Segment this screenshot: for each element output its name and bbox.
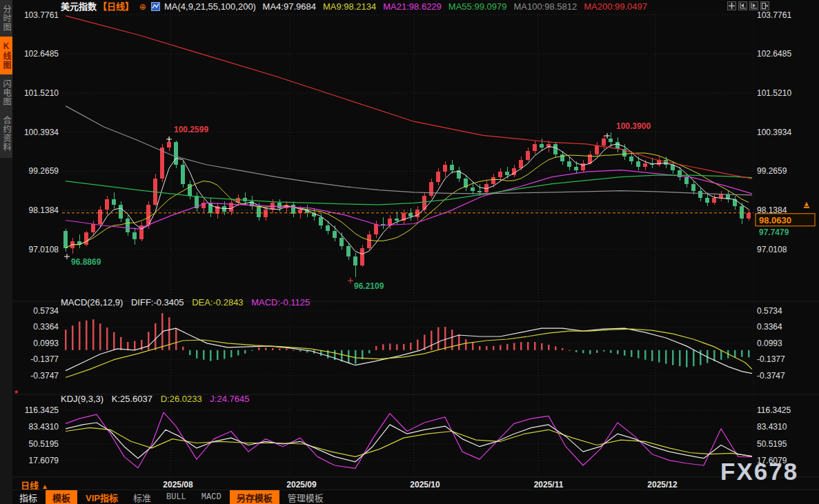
bottom-toolbar: 指标模板VIP指标标准BULLMACD另存模板管理模板	[12, 490, 819, 504]
kdj-d-value: D:26.0233	[161, 394, 202, 404]
axis-pan-right-icon[interactable]	[749, 1, 758, 10]
svg-text:96.8869: 96.8869	[71, 257, 101, 267]
svg-text:116.3425: 116.3425	[25, 405, 59, 415]
kdj-title: KDJ(9,3,3)	[61, 394, 103, 404]
move-crosshair-icon[interactable]	[727, 1, 736, 10]
svg-text:83.4310: 83.4310	[29, 422, 59, 432]
svg-text:101.5210: 101.5210	[757, 88, 791, 98]
window-buttons	[727, 1, 769, 10]
svg-text:-0.3747: -0.3747	[30, 371, 59, 381]
sidebar-tab[interactable]: 分时图	[0, 0, 12, 37]
ma-legend-value: MA55:99.0979	[448, 1, 507, 12]
kdj-j-value: J:24.7645	[210, 394, 249, 404]
ma-legend-value: MA4:97.9684	[263, 1, 316, 12]
svg-text:2025/11: 2025/11	[534, 480, 564, 490]
svg-text:103.7761: 103.7761	[24, 10, 59, 20]
sidebar-tab[interactable]: 合约资料	[0, 111, 12, 157]
symbol-title: 美元指数	[61, 1, 97, 12]
toolbar-tab[interactable]: BULL	[159, 492, 193, 503]
sidebar-tabs: 分时图K线图闪电图合约资料	[0, 0, 12, 158]
svg-text:2025/10: 2025/10	[410, 480, 440, 490]
svg-text:99.2659: 99.2659	[757, 166, 787, 176]
chart-type-icon[interactable]	[151, 2, 160, 14]
svg-text:102.6485: 102.6485	[24, 49, 59, 59]
macd-panel-header: MACD(26,12,9) DIFF:-0.3405 DEA:-0.2843 M…	[61, 297, 315, 308]
svg-text:2025/09: 2025/09	[286, 480, 317, 490]
svg-text:101.5210: 101.5210	[24, 88, 59, 98]
ma-legend-value: MA9:98.2134	[323, 1, 376, 12]
svg-text:-0.3747: -0.3747	[757, 371, 785, 381]
sidebar: 分时图K线图闪电图合约资料	[0, 0, 12, 504]
svg-text:98.0630: 98.0630	[759, 215, 791, 225]
svg-text:0.3364: 0.3364	[757, 322, 782, 332]
macd-dea-value: DEA:-0.2843	[192, 297, 243, 308]
trading-app: 98.0630103.7761103.7761102.6485102.64851…	[0, 0, 819, 504]
svg-text:98.1384: 98.1384	[29, 205, 59, 215]
svg-text:-0.1377: -0.1377	[757, 354, 785, 364]
svg-text:2025/12: 2025/12	[647, 480, 678, 490]
svg-text:97.7479: 97.7479	[759, 228, 789, 237]
toolbar-tab[interactable]: VIP指标	[79, 490, 125, 504]
svg-text:102.6485: 102.6485	[757, 49, 791, 59]
axis-pan-left-icon[interactable]	[738, 1, 747, 10]
watermark-logo: FX678	[720, 458, 798, 485]
toolbar-tab[interactable]: 标准	[126, 490, 158, 504]
svg-text:103.7761: 103.7761	[757, 10, 791, 20]
ma-settings-label: MA(4,9,21,55,100,200)	[164, 1, 256, 12]
add-indicator-icon[interactable]: ⊕	[139, 2, 146, 12]
chart-canvas[interactable]: 98.0630103.7761103.7761102.6485102.64851…	[0, 0, 819, 504]
macd-macd-value: MACD:-0.1125	[251, 297, 310, 308]
svg-text:50.5195: 50.5195	[29, 439, 59, 449]
ma-legend-value: MA21:98.6229	[383, 1, 442, 12]
svg-text:96.2109: 96.2109	[354, 281, 384, 291]
svg-text:2025/08: 2025/08	[163, 480, 193, 490]
toolbar-tab[interactable]: MACD	[195, 492, 228, 503]
macd-title: MACD(26,12,9)	[61, 297, 123, 308]
macd-diff-value: DIFF:-0.3405	[131, 297, 184, 308]
svg-text:83.4310: 83.4310	[757, 422, 787, 432]
kdj-k-value: K:25.6037	[112, 394, 152, 404]
toolbar-tab[interactable]: 模板	[46, 490, 77, 504]
ma-legend-value: MA100:98.5812	[513, 1, 577, 12]
exit-window-icon[interactable]	[760, 1, 769, 10]
svg-text:116.3425: 116.3425	[757, 405, 791, 415]
svg-text:97.0108: 97.0108	[29, 245, 59, 254]
chart-header: 美元指数【日线】 ⊕ MA(4,9,21,55,100,200) MA4:97.…	[61, 1, 654, 12]
svg-text:0.3364: 0.3364	[33, 322, 59, 332]
svg-text:100.3934: 100.3934	[24, 128, 59, 137]
svg-text:99.2659: 99.2659	[29, 166, 59, 176]
toolbar-tab[interactable]: 管理模板	[281, 490, 330, 504]
svg-text:0.0993: 0.0993	[757, 339, 782, 348]
toolbar-tab[interactable]: 指标	[12, 490, 44, 504]
svg-text:100.2599: 100.2599	[174, 125, 208, 134]
svg-text:-0.1377: -0.1377	[30, 354, 59, 364]
sidebar-tab[interactable]: 闪电图	[0, 74, 12, 111]
svg-text:97.0108: 97.0108	[757, 245, 787, 254]
svg-text:100.3900: 100.3900	[616, 121, 651, 131]
svg-text:100.3934: 100.3934	[757, 128, 791, 137]
svg-text:98.1384: 98.1384	[757, 205, 787, 215]
alert-icon: *	[14, 388, 18, 399]
svg-text:0.5734: 0.5734	[757, 306, 782, 316]
svg-text:50.5195: 50.5195	[757, 439, 787, 449]
svg-text:0.5734: 0.5734	[33, 306, 59, 316]
ma-legend: MA4:97.9684MA9:98.2134MA21:98.6229MA55:9…	[263, 1, 654, 12]
sidebar-tab[interactable]: K线图	[0, 37, 12, 74]
ma-legend-value: MA200:99.0497	[584, 1, 647, 12]
svg-text:0.0993: 0.0993	[33, 339, 59, 348]
svg-text:17.6079: 17.6079	[29, 456, 59, 465]
toolbar-tab[interactable]: 另存模板	[230, 490, 279, 504]
kdj-panel-header: KDJ(9,3,3) K:25.6037 D:26.0233 J:24.7645	[61, 394, 255, 404]
period-tag[interactable]: 【日线】	[98, 1, 134, 12]
